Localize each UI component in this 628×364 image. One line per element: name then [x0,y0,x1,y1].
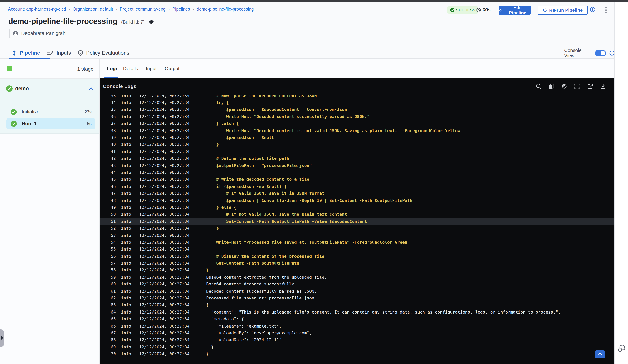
console-logs-panel: Console Logs 33 info [100,78,614,364]
log-timestamp: 12/12/2024, 00:27:34 [139,219,189,224]
log-level: info [121,121,131,126]
tab-output[interactable]: Output [164,66,179,71]
log-timestamp: 12/12/2024, 00:27:34 [139,114,189,119]
check-circle-icon [450,8,455,12]
log-level: info [121,331,131,336]
breadcrumb-organization[interactable]: Organization: default [73,7,113,11]
log-timestamp: 12/12/2024, 00:27:34 [139,247,189,252]
log-timestamp: 12/12/2024, 00:27:34 [139,163,189,168]
more-options-menu-icon[interactable] [603,5,609,15]
breadcrumb-pipelines[interactable]: Pipelines [172,7,190,11]
collapsed-panel-edge [9,29,10,38]
pencil-icon [498,8,502,12]
rerun-pipeline-button[interactable]: Re-run Pipeline [538,6,588,15]
log-line-number: 64 [104,310,116,315]
log-message: $parsedJson = $decodedContent | ConvertF… [206,107,347,112]
search-icon[interactable] [535,83,542,89]
console-view-label: Console View [564,48,592,58]
log-line-number: 38 [104,128,116,133]
log-viewport[interactable]: 33 info 12/12/2024, 00:27:34 # Now, pars… [100,95,614,364]
scroll-to-top-button[interactable] [595,350,605,358]
log-line-number: 62 [104,296,116,301]
download-icon[interactable] [600,83,606,89]
log-line-number: 58 [104,268,116,273]
log-line: 48 info 12/12/2024, 00:27:34 $parsedJson… [100,197,614,204]
log-level: info [121,254,131,259]
step-detail-tabs: Logs Details Input Output [100,59,614,78]
log-message: # If valid JSON, save it in JSON format [206,191,324,196]
step-duration: 23s [84,110,91,114]
breadcrumb-account[interactable]: Account: app-harness-ng-cicd [8,7,66,11]
console-view-toggle[interactable] [595,50,606,56]
log-timestamp: 12/12/2024, 00:27:34 [139,212,189,217]
arrow-up-icon [598,352,602,357]
log-timestamp: 12/12/2024, 00:27:34 [139,331,189,336]
tab-details[interactable]: Details [123,66,138,71]
console-view-cluster: Console View [564,47,614,59]
tab-pipeline[interactable]: Pipeline [12,50,40,56]
toggle-knob [601,51,605,55]
browser-top-strip [0,0,628,1]
log-message: $parsedJson | ConvertTo-Json -Depth 10 |… [206,198,412,203]
copy-icon[interactable] [548,83,554,89]
pipeline-icon [12,50,17,56]
log-line: 39 info 12/12/2024, 00:27:34 $parsedJson… [100,134,614,141]
step-row-initialize[interactable]: Initialize 23s [6,106,95,118]
log-level: info [121,352,131,357]
open-in-new-icon[interactable] [587,83,593,89]
log-level: info [121,212,131,217]
log-message: Decoded content successfully parsed as J… [206,289,317,293]
support-chat-icon[interactable] [617,345,626,353]
log-line: 38 info 12/12/2024, 00:27:34 Write-Host … [100,127,614,134]
tab-policy-evaluations[interactable]: Policy Evaluations [78,50,129,56]
status-badge-label: SUCCESS [456,8,475,12]
log-line: 70 info 12/12/2024, 00:27:34 } [100,351,614,358]
avatar [13,31,18,36]
log-line-number: 33 [104,95,116,98]
log-timestamp: 12/12/2024, 00:27:34 [139,268,189,273]
log-message: if ($parsedJson -ne $null) { [206,184,287,189]
log-level: info [121,114,131,119]
step-duration: 5s [87,122,91,126]
log-timestamp: 12/12/2024, 00:27:34 [139,184,189,189]
chevron-up-icon[interactable] [89,87,93,90]
title-row: demo-pipeline-file-processing (Build Id:… [8,17,154,26]
log-line-number: 42 [104,156,116,161]
log-level: info [121,261,131,266]
log-timestamp: 12/12/2024, 00:27:34 [139,156,189,161]
log-level: info [121,184,131,189]
log-level: info [121,100,131,105]
log-level: info [121,95,131,98]
log-timestamp: 12/12/2024, 00:27:34 [139,226,189,231]
console-view-info-icon[interactable] [609,50,614,56]
breadcrumb-pipeline-name[interactable]: demo-pipeline-file-processing [197,7,254,11]
clock-icon [476,7,481,12]
log-line: 63 info 12/12/2024, 00:27:34 { [100,301,614,309]
log-level: info [121,142,131,147]
log-timestamp: 12/12/2024, 00:27:34 [139,149,189,154]
log-line: 53 info 12/12/2024, 00:27:34 [100,232,614,239]
step-name: Run_1 [22,121,37,126]
fullscreen-icon[interactable] [574,83,580,89]
log-message: Write-Host "Decoded content successfully… [206,114,370,119]
settings-icon[interactable] [561,83,567,89]
step-row-run-1[interactable]: Run_1 5s [6,118,95,130]
log-timestamp: 12/12/2024, 00:27:34 [139,135,189,140]
tab-logs[interactable]: Logs [107,66,118,71]
info-icon[interactable] [590,7,595,12]
edit-pipeline-button[interactable]: Edit Pipeline [498,6,531,15]
log-message: } [206,226,219,231]
log-line: 34 info 12/12/2024, 00:27:34 try { [100,99,614,106]
stage-row-demo[interactable]: demo [0,84,99,94]
log-line: 33 info 12/12/2024, 00:27:34 # Now, pars… [100,95,614,99]
breadcrumb-project[interactable]: Project: community-eng [120,7,166,11]
tab-inputs[interactable]: Inputs [47,50,71,56]
main-tabbar: Pipeline Inputs Policy Evaluations Conso… [0,47,614,59]
expand-panel-handle[interactable] [0,329,4,347]
tab-input[interactable]: Input [146,66,157,71]
log-line: 57 info 12/12/2024, 00:27:34 Get-Content… [100,260,614,267]
log-level: info [121,282,131,287]
rerun-pipeline-label: Re-run Pipeline [549,7,583,13]
log-level: info [121,170,131,175]
divider [4,101,95,101]
